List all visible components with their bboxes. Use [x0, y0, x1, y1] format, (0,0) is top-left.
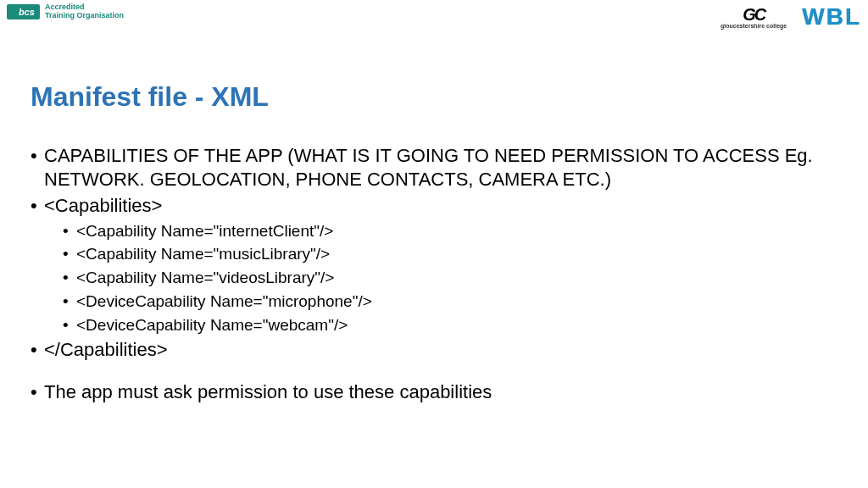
bullet-devicecap-microphone: <DeviceCapability Name="microphone"/>	[63, 291, 837, 312]
bcs-mark-icon: bcs	[7, 4, 40, 19]
slide-header: bcs Accredited Training Organisation GC …	[0, 0, 868, 34]
bullet-devicecap-webcam: <DeviceCapability Name="webcam"/>	[63, 315, 837, 336]
bcs-logo: bcs Accredited Training Organisation	[7, 3, 124, 20]
bullet-capabilities-close: </Capabilities>	[31, 338, 837, 362]
bcs-logo-text: Accredited Training Organisation	[45, 3, 124, 20]
bullet-cap-internetclient: <Capability Name="internetClient"/>	[63, 221, 837, 241]
gc-mark-icon: GC	[721, 6, 787, 23]
bullet-cap-videoslibrary: <Capability Name="videosLibrary"/>	[63, 268, 837, 288]
bcs-line2: Training Organisation	[45, 12, 124, 20]
gc-subtext: gloucestershire college	[721, 23, 787, 29]
right-logos: GC gloucestershire college WBL	[721, 3, 861, 30]
slide-title: Manifest file - XML	[31, 81, 269, 113]
slide-content: CAPABILITIES OF THE APP (WHAT IS IT GOIN…	[31, 144, 837, 407]
wbl-logo: WBL	[802, 3, 861, 30]
bullet-permission-note: The app must ask permission to use these…	[31, 380, 837, 404]
bullet-capabilities-open: <Capabilities>	[31, 194, 837, 218]
bullet-list: CAPABILITIES OF THE APP (WHAT IS IT GOIN…	[31, 144, 837, 403]
bullet-capabilities-desc: CAPABILITIES OF THE APP (WHAT IS IT GOIN…	[31, 144, 837, 191]
gc-logo: GC gloucestershire college	[721, 6, 787, 29]
bullet-cap-musiclibrary: <Capability Name="musicLibrary"/>	[63, 244, 837, 264]
